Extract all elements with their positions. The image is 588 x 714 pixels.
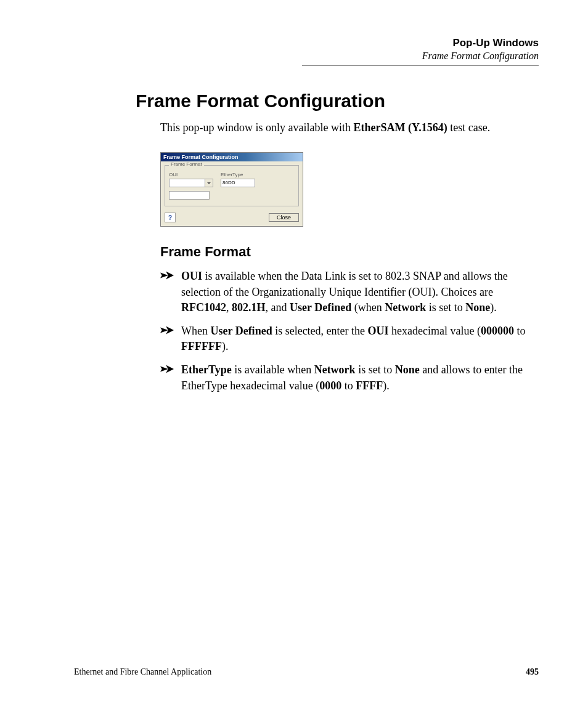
bold-text: 000000 [481,325,514,337]
list-item: EtherType is available when Network is s… [160,362,539,394]
ethertype-label: EtherType [221,172,255,177]
footer-doc-title: Ethernet and Fibre Channel Application [74,667,211,677]
oui-combobox-text [169,179,205,187]
text: ). [383,379,390,392]
text: When [181,325,210,337]
intro-prefix: This pop-up window is only available wit… [160,121,353,134]
text: ). [490,301,497,314]
page-footer: Ethernet and Fibre Channel Application 4… [74,667,539,677]
text: (when [351,301,385,314]
list-item: When User Defined is selected, enter the… [160,323,539,355]
text: , [226,301,232,314]
bold-text: None [465,301,490,314]
oui-label: OUI [169,172,213,177]
bold-text: 802.1H [232,301,266,314]
svg-marker-4 [160,366,168,371]
bold-text: 0000 [319,379,341,392]
text: is available when the Data Link is set t… [181,270,508,298]
dialog-screenshot: Frame Format Configuration Frame Format … [160,152,303,227]
text: is set to [356,363,395,376]
text: ). [222,340,229,352]
ethertype-input[interactable]: 86DD [221,179,255,187]
bullet-list: OUI is available when the Data Link is s… [160,269,539,394]
bold-text: FFFF [356,379,383,392]
arrow-bullet-icon [160,365,174,373]
oui-hex-input[interactable] [169,191,210,200]
intro-paragraph: This pop-up window is only available wit… [160,120,539,135]
footer-page-number: 495 [526,667,539,677]
bold-text: Network [314,363,356,376]
header-section: Frame Format Configuration [74,51,539,62]
bold-text: User Defined [290,301,351,314]
running-header: Pop-Up Windows Frame Format Configuratio… [74,37,539,62]
bold-text: None [395,363,420,376]
close-button[interactable]: Close [269,213,299,222]
list-item: OUI is available when the Data Link is s… [160,269,539,316]
help-icon[interactable]: ? [165,213,176,222]
text: is selected, enter the [272,325,368,337]
bold-text: Network [385,301,426,314]
text: is available when [232,363,314,376]
dialog-titlebar: Frame Format Configuration [161,153,303,161]
group-label: Frame Format [169,161,204,167]
frame-format-group: Frame Format OUI EtherType 86DD [165,165,299,206]
bold-text: FFFFFF [181,340,222,352]
text: hexadecimal value ( [389,325,481,337]
bold-text: OUI [181,270,202,282]
text: is set to [426,301,465,314]
chevron-down-icon[interactable] [205,179,213,187]
header-rule [302,65,539,66]
arrow-bullet-icon [160,271,174,280]
bold-text: User Defined [210,325,272,337]
svg-marker-2 [160,327,168,333]
oui-combobox[interactable] [169,179,213,187]
section-title: Frame Format Configuration [136,91,539,112]
subheading: Frame Format [160,244,539,260]
bold-text: RFC1042 [181,301,226,314]
arrow-bullet-icon [160,326,174,335]
text: to [514,325,526,337]
text: to [341,379,356,392]
bold-text: OUI [368,325,389,337]
header-chapter: Pop-Up Windows [74,37,539,49]
bold-text: EtherType [181,363,232,376]
text: , and [266,301,290,314]
svg-marker-0 [160,273,168,278]
intro-bold: EtherSAM (Y.1564) [353,121,447,134]
intro-suffix: test case. [447,121,490,134]
